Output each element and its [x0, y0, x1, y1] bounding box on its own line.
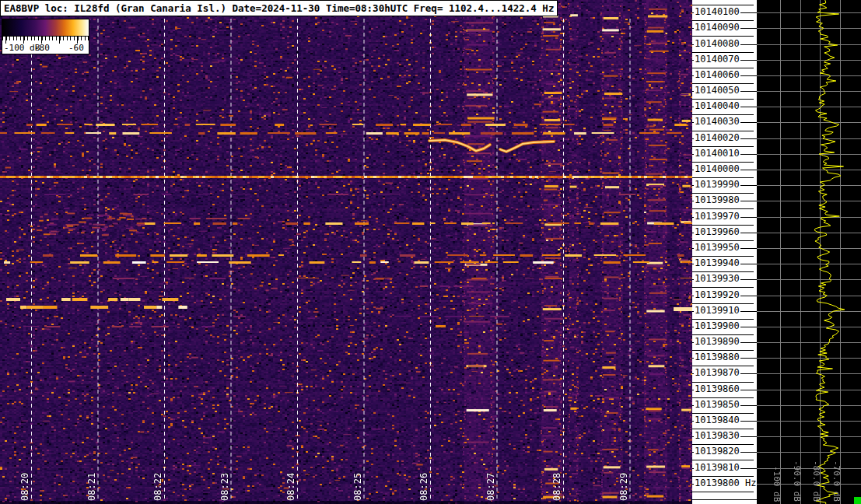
freq-tick-line [692, 52, 754, 53]
freq-axis-label: 10139840 [694, 415, 740, 425]
freq-tick-line [692, 99, 754, 100]
freq-tick-line [692, 334, 754, 335]
freq-axis-label: 10139970 [694, 212, 740, 222]
freq-tick-line [692, 162, 754, 163]
colormap-gradient [2, 19, 89, 37]
freq-axis-label: 10139900 [694, 321, 740, 331]
freq-axis-label: 10139850 [694, 400, 740, 410]
freq-tick-line [692, 36, 754, 37]
freq-tick-line [692, 131, 754, 131]
freq-tick-line [692, 382, 754, 383]
freq-axis-label: 10140050 [694, 86, 740, 96]
time-axis-label: 08:21 [86, 473, 97, 501]
db-axis-label: -90.0 dB [792, 460, 802, 502]
freq-axis-label: 10139820 [694, 446, 740, 457]
freq-axis-label: 10139990 [694, 180, 740, 190]
freq-tick-line [692, 5, 754, 5]
freq-axis-label: 10139870 [694, 368, 740, 378]
time-axis-label: 08:26 [418, 473, 429, 501]
time-axis-label: 08:24 [285, 473, 296, 501]
freq-axis-label: 10140060 [694, 70, 740, 80]
freq-tick-line [692, 319, 754, 320]
freq-axis-label: 10140000 [694, 164, 740, 174]
freq-tick-line [692, 492, 754, 492]
qrss-grabber-screen: EA8BVP loc: IL28fd (Gran Canaria Isl.) D… [0, 0, 861, 504]
freq-axis-label: 10139800 Hz [694, 478, 757, 488]
db-axis-label: -70.0 dB [831, 460, 842, 502]
time-axis-label: 08:27 [485, 473, 496, 501]
freq-tick-line [692, 429, 754, 429]
db-axis-label: -100 dB [772, 466, 782, 502]
freq-tick-line [692, 397, 754, 398]
time-axis-label: 08:28 [551, 473, 562, 501]
freq-tick-line [692, 146, 754, 147]
freq-axis-label: 10139860 [694, 384, 740, 394]
freq-axis-label: 10140070 [694, 54, 740, 65]
freq-axis-label: 10139810 [694, 463, 740, 473]
freq-tick-line [692, 114, 754, 115]
freq-tick-line [692, 287, 754, 288]
freq-tick-line [692, 240, 754, 241]
freq-axis-label: 10139880 [694, 352, 740, 362]
time-axis-label: 08:29 [618, 473, 629, 501]
waterfall-spectrogram [0, 0, 692, 504]
freq-axis-label: 10140020 [694, 133, 740, 143]
status-indicator [854, 497, 861, 504]
spectrum-plot [757, 0, 861, 504]
freq-tick-line [692, 271, 754, 272]
time-axis-label: 08:22 [152, 473, 163, 501]
freq-tick-line [692, 303, 754, 304]
legend-label-max: -60 [68, 43, 84, 53]
freq-axis-label: 10139960 [694, 227, 740, 237]
freq-tick-line [692, 83, 754, 84]
freq-axis-label: 10140030 [694, 117, 740, 127]
db-color-legend: -100 dB -80 -60 [2, 19, 89, 54]
freq-axis-label: 10139930 [694, 274, 740, 284]
freq-axis-label: 10140010 [694, 149, 740, 159]
freq-tick-line [692, 68, 754, 68]
freq-tick-line [692, 499, 757, 500]
freq-axis-label: 10140080 [694, 39, 740, 49]
time-axis-label: 08:23 [219, 473, 230, 501]
freq-tick-line [692, 193, 754, 194]
freq-tick-line [692, 177, 754, 178]
freq-axis-label: 10139950 [694, 243, 740, 253]
db-axis-label: -80.0 dB [811, 460, 821, 502]
freq-axis-label: 10139920 [694, 290, 740, 300]
freq-tick-line [692, 20, 754, 21]
time-axis-label: 08:20 [19, 473, 30, 501]
freq-axis-label: 10140090 [694, 23, 740, 33]
freq-tick-line [692, 476, 754, 477]
freq-tick-line [692, 460, 754, 460]
time-axis-label: 08:25 [352, 473, 363, 501]
freq-tick-line [692, 256, 754, 257]
legend-label-mid: -80 [34, 43, 50, 53]
freq-axis-label: 10139980 [694, 195, 740, 205]
frequency-scale: 1014010010140090101400801014007010140060… [692, 0, 757, 504]
freq-tick-line [692, 350, 754, 351]
freq-tick-line [692, 208, 754, 209]
freq-tick-line [692, 444, 754, 445]
freq-tick-line [692, 225, 754, 226]
freq-tick-line [692, 413, 754, 414]
freq-axis-label: 10140040 [694, 101, 740, 111]
freq-axis-label: 10140100 [694, 7, 740, 17]
freq-axis-label: 10139890 [694, 337, 740, 347]
freq-axis-label: 10139910 [694, 306, 740, 316]
title-bar: EA8BVP loc: IL28fd (Gran Canaria Isl.) D… [0, 0, 558, 16]
freq-axis-label: 10139830 [694, 431, 740, 441]
freq-tick-line [692, 366, 754, 366]
freq-axis-label: 10139940 [694, 258, 740, 268]
